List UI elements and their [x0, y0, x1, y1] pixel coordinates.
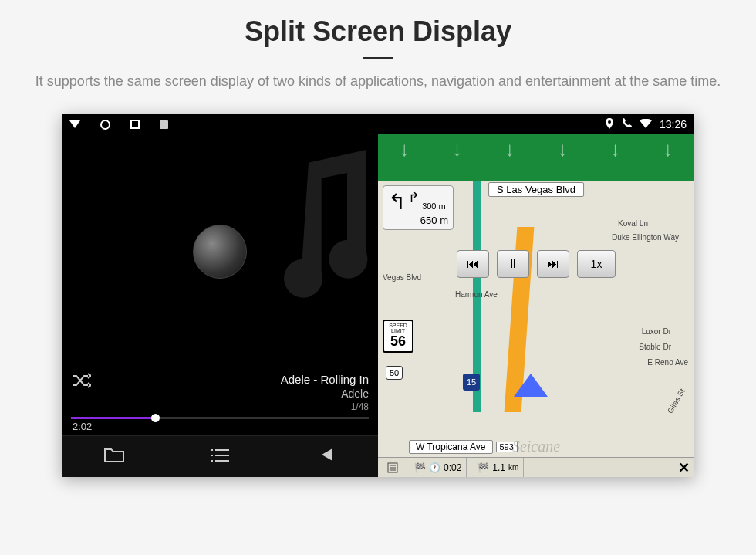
map-label: Koval Ln — [618, 219, 648, 228]
close-button[interactable]: ✕ — [678, 459, 690, 476]
back-icon[interactable] — [69, 120, 80, 128]
route-shield-icon: 50 — [386, 366, 403, 380]
turn-distance: 650 — [420, 215, 437, 226]
location-icon — [605, 118, 614, 131]
sim-prev-button[interactable]: ⏮ — [457, 250, 489, 278]
status-bar: 13:26 — [62, 114, 694, 134]
interstate-shield-icon: 15 — [463, 374, 480, 391]
phone-icon — [622, 118, 632, 130]
folder-button[interactable] — [62, 447, 167, 467]
map-label: Giles St — [666, 387, 687, 415]
lane-arrow-icon: ↓ — [452, 137, 462, 161]
street-label-bottom: W Tropicana Ave — [409, 440, 493, 454]
player-bar: Adele - Rolling In Adele 1/48 2:02 — [62, 368, 378, 435]
track-counter: 1/48 — [281, 401, 369, 412]
clock-time: 13:26 — [660, 118, 687, 130]
remaining-distance: 🏁 1.1 km — [473, 458, 524, 477]
track-artist: Adele — [281, 387, 369, 400]
svg-point-0 — [608, 120, 611, 124]
album-art-area — [62, 134, 378, 368]
lane-guidance-bar: ↓ ↓ ↓ ↓ ↓ ↓ — [378, 134, 694, 181]
street-label-top: S Las Vegas Blvd — [488, 182, 584, 197]
map-label: Stable Dr — [639, 343, 671, 351]
music-bottom-bar — [62, 435, 378, 477]
watermark-text: Seicane — [512, 438, 560, 455]
title-divider — [363, 57, 393, 59]
map-label: Harmon Ave — [455, 290, 498, 299]
page-subtitle: It supports the same screen display of t… — [31, 72, 725, 91]
wifi-icon — [640, 118, 652, 130]
map-label: Vegas Blvd — [383, 273, 421, 282]
flag-icon: 🏁 — [414, 462, 426, 473]
home-icon[interactable] — [100, 120, 110, 130]
navigation-pane: ↓ ↓ ↓ ↓ ↓ ↓ S Las Vegas Blvd ↰ ↱ 300 m 6… — [378, 134, 694, 477]
flag-icon: 🏁 — [478, 462, 489, 473]
lane-arrow-icon: ↓ — [505, 137, 515, 161]
eta-time: 🏁 🕐 0:02 — [410, 458, 467, 477]
lane-arrow-icon: ↓ — [663, 137, 673, 161]
progress-bar[interactable] — [71, 417, 369, 419]
turn-left-icon: ↰ — [388, 189, 406, 215]
sim-next-button[interactable]: ⏭ — [537, 250, 569, 278]
options-button[interactable] — [383, 458, 403, 477]
track-title: Adele - Rolling In — [281, 373, 369, 386]
turn-right-icon: ↱ — [408, 189, 420, 206]
page-title: Split Screen Display — [31, 15, 725, 48]
lane-arrow-icon: ↓ — [400, 137, 410, 161]
device-screen: 13:26 Adele - Rolling In Adele — [62, 114, 694, 477]
clock-icon: 🕐 — [429, 462, 440, 473]
playlist-button[interactable] — [167, 447, 272, 467]
sim-controls: ⏮ ⏸ ⏭ 1x — [457, 250, 616, 278]
speed-limit-value: 56 — [384, 333, 412, 350]
map-label: E Reno Ave — [647, 358, 688, 367]
previous-button[interactable] — [273, 447, 377, 467]
shuffle-icon[interactable] — [71, 373, 91, 393]
lane-arrow-icon: ↓ — [610, 137, 620, 161]
nav-bottom-bar: 🏁 🕐 0:02 🏁 1.1 km ✕ — [378, 457, 694, 477]
map-label: Duke Ellington Way — [612, 233, 679, 242]
map-label: Luxor Dr — [642, 327, 671, 336]
joystick-control[interactable] — [193, 225, 247, 279]
vehicle-position-icon — [514, 374, 548, 397]
page-header: Split Screen Display It supports the sam… — [0, 0, 756, 99]
music-pane: Adele - Rolling In Adele 1/48 2:02 — [62, 134, 378, 477]
sim-rate-button[interactable]: 1x — [577, 250, 616, 278]
recent-icon[interactable] — [130, 120, 140, 129]
turn-instruction-box: ↰ ↱ 300 m 650 m — [383, 185, 454, 230]
gallery-icon[interactable] — [160, 120, 168, 129]
speed-limit-sign: SPEED LIMIT 56 — [383, 320, 413, 353]
elapsed-time: 2:02 — [71, 421, 369, 432]
lane-arrow-icon: ↓ — [558, 137, 568, 161]
sim-pause-button[interactable]: ⏸ — [497, 250, 529, 278]
music-note-icon — [262, 150, 393, 307]
